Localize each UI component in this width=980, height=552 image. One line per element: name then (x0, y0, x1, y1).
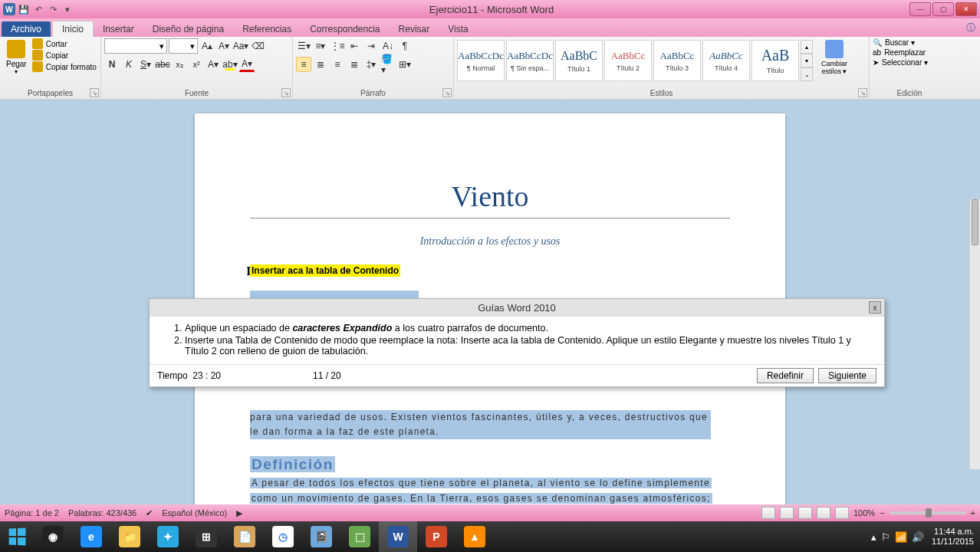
tab-vista[interactable]: Vista (439, 21, 477, 37)
task-explorer[interactable]: 📁 (110, 521, 149, 552)
view-web[interactable] (798, 507, 812, 519)
font-launcher[interactable]: ↘ (281, 88, 291, 97)
zoom-in-button[interactable]: + (971, 508, 975, 518)
close-button[interactable]: ✕ (955, 2, 977, 16)
status-proof-icon[interactable]: ✔ (146, 508, 153, 518)
tray-up-icon[interactable]: ▴ (871, 531, 876, 543)
underline-button[interactable]: S▾ (138, 57, 153, 72)
qat-redo[interactable]: ↷ (47, 3, 59, 15)
line-spacing-button[interactable]: ‡▾ (363, 57, 379, 72)
tab-diseno[interactable]: Diseño de página (143, 21, 233, 37)
tray-network-icon[interactable]: 📶 (895, 531, 907, 543)
redefine-button[interactable]: Redefinir (757, 368, 814, 383)
grow-font-button[interactable]: A▴ (199, 38, 215, 54)
start-button[interactable] (0, 521, 34, 552)
replace-button[interactable]: abReemplazar (873, 48, 946, 57)
shading-button[interactable]: 🪣▾ (380, 57, 396, 72)
italic-button[interactable]: K (121, 57, 136, 72)
align-center-button[interactable]: ≣ (313, 57, 328, 72)
font-size-combo[interactable]: ▾ (169, 38, 198, 54)
tab-correspondencia[interactable]: Correspondencia (301, 21, 389, 37)
paragraph-launcher[interactable]: ↘ (442, 88, 452, 97)
style-heading2[interactable]: AaBbCcTítulo 2 (604, 40, 652, 81)
zoom-thumb[interactable] (926, 508, 932, 518)
style-no-spacing[interactable]: AaBbCcDc¶ Sin espa... (506, 40, 554, 81)
find-button[interactable]: 🔍Buscar ▾ (873, 38, 946, 47)
task-vlc[interactable]: ▲ (455, 521, 494, 552)
change-case-button[interactable]: Aa▾ (233, 38, 248, 54)
task-camera[interactable]: ◉ (34, 521, 72, 552)
bullets-button[interactable]: ☰▾ (296, 38, 311, 54)
numbering-button[interactable]: ≡▾ (313, 38, 328, 54)
task-camtasia[interactable]: ⬚ (340, 521, 379, 552)
paste-button[interactable]: Pegar ▾ (3, 38, 30, 77)
style-heading4[interactable]: AaBbCcTítulo 4 (702, 40, 750, 81)
next-button[interactable]: Siguiente (818, 368, 876, 383)
qat-more[interactable]: ▾ (61, 3, 74, 15)
scrollbar-thumb[interactable] (972, 199, 978, 245)
style-heading1[interactable]: AaBbCTítulo 1 (555, 40, 603, 81)
subscript-button[interactable]: x₂ (172, 57, 187, 72)
styles-down[interactable]: ▾ (801, 54, 813, 67)
view-full-reading[interactable] (780, 507, 794, 519)
help-icon[interactable]: ⓘ (966, 21, 975, 34)
font-color-button[interactable]: A▾ (239, 57, 255, 72)
maximize-button[interactable]: ▢ (932, 2, 954, 16)
view-outline[interactable] (817, 507, 830, 519)
task-word[interactable]: W (379, 521, 417, 552)
style-title[interactable]: AaBTítulo (751, 40, 799, 81)
increase-indent-button[interactable]: ⇥ (363, 38, 379, 54)
zoom-out-button[interactable]: − (880, 508, 884, 518)
bold-button[interactable]: N (104, 57, 120, 72)
styles-up[interactable]: ▴ (801, 40, 813, 54)
multilevel-button[interactable]: ⋮≡ (330, 38, 345, 54)
clear-format-button[interactable]: ⌫ (250, 38, 265, 54)
minimize-button[interactable]: — (909, 2, 931, 16)
zoom-slider[interactable] (890, 511, 966, 514)
tab-revisar[interactable]: Revisar (390, 21, 439, 37)
tab-referencias[interactable]: Referencias (233, 21, 301, 37)
format-painter-button[interactable]: Copiar formato (32, 61, 97, 72)
superscript-button[interactable]: x² (189, 57, 204, 72)
copy-button[interactable]: Copiar (32, 50, 97, 61)
align-right-button[interactable]: ≡ (330, 57, 345, 72)
style-normal[interactable]: AaBbCcDc¶ Normal (457, 40, 505, 81)
justify-button[interactable]: ≣ (347, 57, 362, 72)
highlight-button[interactable]: ab▾ (222, 57, 238, 72)
clipboard-launcher[interactable]: ↘ (90, 88, 99, 97)
task-ie[interactable]: e (72, 521, 110, 552)
task-notepad[interactable]: 📓 (302, 521, 340, 552)
task-app1[interactable]: ✦ (149, 521, 187, 552)
shrink-font-button[interactable]: A▾ (216, 38, 232, 54)
vertical-scrollbar[interactable] (969, 199, 980, 469)
style-heading3[interactable]: AaBbCcTítulo 3 (653, 40, 701, 81)
status-page[interactable]: Página: 1 de 2 (5, 508, 59, 518)
tray-clock[interactable]: 11:44 a.m. 11/11/2015 (932, 527, 974, 547)
select-button[interactable]: ➤Seleccionar ▾ (873, 58, 946, 67)
show-marks-button[interactable]: ¶ (397, 38, 413, 54)
guide-close-button[interactable]: x (869, 301, 881, 314)
task-chrome[interactable]: ◷ (264, 521, 302, 552)
decrease-indent-button[interactable]: ⇤ (347, 38, 362, 54)
task-app3[interactable]: 📄 (225, 521, 264, 552)
strike-button[interactable]: abc (155, 57, 170, 72)
change-styles-button[interactable]: Cambiar estilos ▾ (815, 38, 853, 81)
status-language[interactable]: Español (México) (162, 508, 227, 518)
tab-inicio[interactable]: Inicio (52, 21, 94, 37)
tray-flag-icon[interactable]: ⚐ (881, 531, 890, 543)
tab-insertar[interactable]: Insertar (94, 21, 143, 37)
font-name-combo[interactable]: ▾ (104, 38, 167, 54)
sort-button[interactable]: A↓ (380, 38, 396, 54)
align-left-button[interactable]: ≡ (296, 57, 311, 72)
styles-more[interactable]: ⌄ (801, 67, 813, 81)
qat-save[interactable]: 💾 (18, 3, 30, 15)
task-powerpoint[interactable]: P (417, 521, 455, 552)
styles-gallery[interactable]: AaBbCcDc¶ Normal AaBbCcDc¶ Sin espa... A… (457, 38, 813, 81)
zoom-level[interactable]: 100% (853, 508, 875, 518)
text-effects-button[interactable]: A▾ (206, 57, 221, 72)
cut-button[interactable]: Cortar (32, 38, 97, 49)
styles-launcher[interactable]: ↘ (858, 88, 867, 97)
file-tab[interactable]: Archivo (2, 21, 51, 37)
qat-undo[interactable]: ↶ (32, 3, 44, 15)
task-app2[interactable]: ⊞ (187, 521, 225, 552)
